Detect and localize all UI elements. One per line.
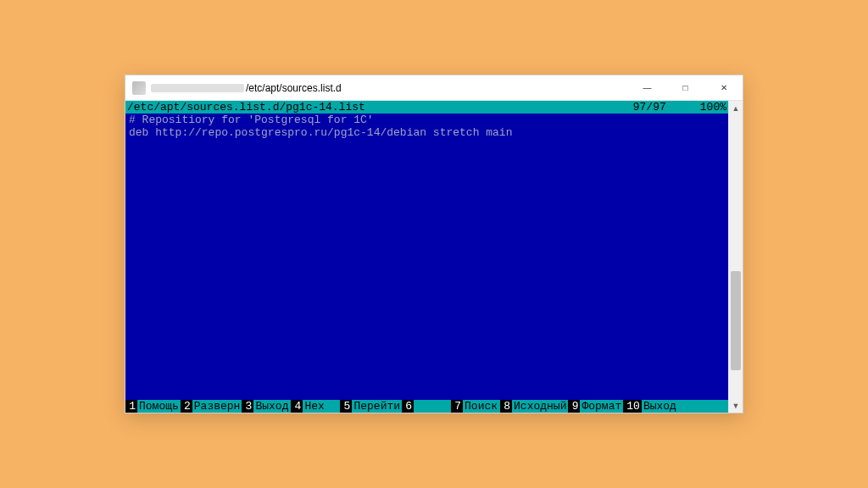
- title-obscured: [151, 84, 244, 92]
- client-area: /etc/apt/sources.list.d/pg1c-14.list 97/…: [125, 101, 743, 413]
- scroll-down-button[interactable]: ▼: [729, 398, 743, 413]
- fkey-5[interactable]: 5Перейти: [340, 400, 402, 413]
- editor-line-1: # Repositiory for 'Postgresql for 1C': [129, 114, 374, 126]
- vertical-scrollbar[interactable]: ▲ ▼: [728, 101, 743, 413]
- fkey-9[interactable]: 9Формат: [568, 400, 623, 413]
- fkey-bar: 1Помощь 2Разверн 3Выход 4Hex 5Перейти 6 …: [125, 400, 728, 413]
- fkey-3[interactable]: 3Выход: [242, 400, 291, 413]
- terminal[interactable]: /etc/apt/sources.list.d/pg1c-14.list 97/…: [125, 101, 728, 413]
- titlebar[interactable]: /etc/apt/sources.list.d — □ ✕: [125, 75, 743, 101]
- minimize-button[interactable]: —: [628, 75, 666, 101]
- app-icon: [132, 81, 146, 95]
- fkey-7[interactable]: 7Поиск: [451, 400, 500, 413]
- scroll-thumb[interactable]: [731, 271, 741, 370]
- editor-line-2: deb http://repo.postgrespro.ru/pg1c-14/d…: [129, 126, 512, 139]
- status-position: 97/97: [633, 101, 666, 114]
- close-button[interactable]: ✕: [704, 75, 743, 101]
- fkey-2[interactable]: 2Разверн: [181, 400, 242, 413]
- fkey-4[interactable]: 4Hex: [291, 400, 340, 413]
- scroll-up-button[interactable]: ▲: [729, 101, 743, 115]
- editor-content[interactable]: # Repositiory for 'Postgresql for 1C' de…: [125, 114, 728, 400]
- maximize-button[interactable]: □: [666, 75, 704, 101]
- fkey-6[interactable]: 6: [402, 400, 451, 413]
- fkey-1[interactable]: 1Помощь: [125, 400, 181, 413]
- window-title: /etc/apt/sources.list.d: [246, 82, 342, 94]
- editor-statusbar: /etc/apt/sources.list.d/pg1c-14.list 97/…: [125, 101, 728, 114]
- fkey-8[interactable]: 8Исходный: [500, 400, 568, 413]
- app-window: /etc/apt/sources.list.d — □ ✕ /etc/apt/s…: [125, 75, 743, 413]
- status-percent: 100%: [700, 101, 726, 114]
- fkey-10[interactable]: 10Выход: [623, 400, 679, 413]
- scroll-track[interactable]: [729, 115, 743, 398]
- status-file: /etc/apt/sources.list.d/pg1c-14.list: [127, 101, 633, 114]
